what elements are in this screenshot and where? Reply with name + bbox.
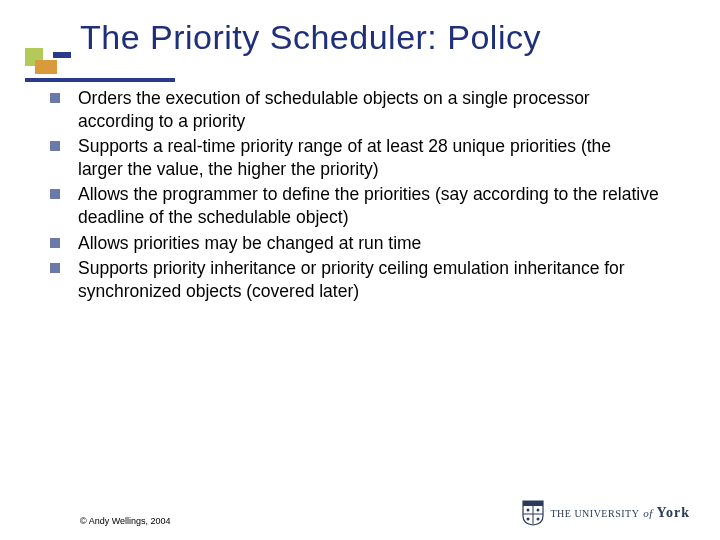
bullet-text: Orders the execution of schedulable obje… <box>78 88 590 131</box>
bullet-icon <box>50 141 60 151</box>
university-name: THE UNIVERSITY of York <box>550 505 690 521</box>
university-of: of <box>643 507 653 519</box>
bullet-item: Allows priorities may be changed at run … <box>50 232 660 255</box>
accent-square-orange <box>35 60 57 74</box>
accent-bar-top <box>53 52 71 58</box>
university-prefix: THE UNIVERSITY <box>550 508 639 519</box>
university-logo: THE UNIVERSITY of York <box>522 500 690 526</box>
copyright-text: © Andy Wellings, 2004 <box>80 516 171 526</box>
bullet-icon <box>50 238 60 248</box>
bullet-icon <box>50 189 60 199</box>
shield-icon <box>522 500 544 526</box>
bullet-text: Supports priority inheritance or priorit… <box>78 258 625 301</box>
slide-title: The Priority Scheduler: Policy <box>80 18 680 57</box>
svg-point-3 <box>537 509 540 512</box>
bullet-item: Orders the execution of schedulable obje… <box>50 87 660 133</box>
svg-point-2 <box>527 509 530 512</box>
bullet-icon <box>50 263 60 273</box>
title-area: The Priority Scheduler: Policy <box>0 0 720 87</box>
bullet-text: Allows the programmer to define the prio… <box>78 184 659 227</box>
bullet-text: Supports a real-time priority range of a… <box>78 136 611 179</box>
svg-point-5 <box>537 518 540 521</box>
bullet-item: Supports priority inheritance or priorit… <box>50 257 660 303</box>
bullet-item: Allows the programmer to define the prio… <box>50 183 660 229</box>
svg-point-4 <box>527 518 530 521</box>
content-area: Orders the execution of schedulable obje… <box>0 87 720 303</box>
footer: © Andy Wellings, 2004 THE UNIVERSITY of … <box>0 500 720 526</box>
bullet-icon <box>50 93 60 103</box>
accent-bar-bottom <box>25 78 175 82</box>
bullet-text: Allows priorities may be changed at run … <box>78 233 421 253</box>
university-york: York <box>656 505 690 520</box>
bullet-item: Supports a real-time priority range of a… <box>50 135 660 181</box>
title-accent-graphic <box>25 48 65 78</box>
